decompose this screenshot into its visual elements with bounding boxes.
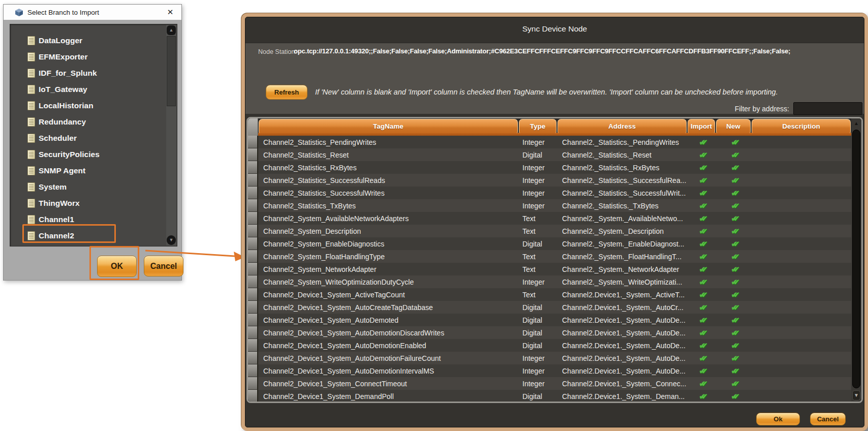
new-check-cell[interactable]: ✔✔ [716,214,751,223]
import-check-cell[interactable]: ✔✔ [687,239,716,249]
new-check-cell[interactable]: ✔✔ [716,252,751,261]
row-header-cell [248,288,258,301]
address-cell: Channel2.Device1._System._AutoDe... [557,354,687,362]
new-check-cell[interactable]: ✔✔ [716,366,751,376]
new-check-cell[interactable]: ✔✔ [716,265,751,274]
address-cell: Channel2._Statistics._RxBytes [557,164,687,172]
import-check-cell[interactable]: ✔✔ [687,176,716,185]
tag-row[interactable]: Channel2_System_FloatHandlingTypeTextCha… [248,250,851,263]
import-check-cell[interactable]: ✔✔ [687,201,716,210]
column-header-new[interactable]: New [716,119,751,133]
new-check-cell[interactable]: ✔✔ [716,328,751,337]
branch-list-item[interactable]: System [10,179,177,195]
branch-list-item[interactable]: SNMP Agent [10,163,177,179]
new-check-cell[interactable]: ✔✔ [716,341,751,350]
new-check-cell[interactable]: ✔✔ [716,239,751,249]
tag-row[interactable]: Channel2_Device1_System_AutoCreateTagDat… [248,301,851,314]
import-check-cell[interactable]: ✔✔ [687,328,716,337]
new-check-cell[interactable]: ✔✔ [716,290,751,299]
tag-row[interactable]: Channel2_System_NetworkAdapterTextChanne… [248,263,851,275]
row-header-cell [248,390,258,402]
import-check-cell[interactable]: ✔✔ [687,138,716,147]
branch-list-item[interactable]: Redundancy [10,114,177,130]
import-check-cell[interactable]: ✔✔ [687,189,716,198]
new-check-cell[interactable]: ✔✔ [716,189,751,198]
branch-list-item[interactable]: Scheduler [10,130,177,146]
new-check-cell[interactable]: ✔✔ [716,150,751,160]
tagname-cell: Channel2_System_AvailableNetworkAdapters [258,214,518,223]
tag-row[interactable]: Channel2_Statistics_SuccessfulWritesInte… [248,187,851,199]
import-check-cell[interactable]: ✔✔ [687,354,716,363]
tagname-cell: Channel2_Statistics_PendingWrites [258,138,518,146]
branch-list-item[interactable]: DataLogger [10,33,177,49]
tag-row[interactable]: Channel2_Device1_System_AutoDemotionFail… [248,352,851,364]
new-check-cell[interactable]: ✔✔ [716,163,751,172]
tag-row[interactable]: Channel2_Device1_System_ConnectTimeoutIn… [248,377,851,390]
tag-row[interactable]: Channel2_Device1_System_AutoDemotionEnab… [248,339,851,352]
tag-row[interactable]: Channel2_Statistics_PendingWritesInteger… [248,136,851,148]
new-check-cell[interactable]: ✔✔ [716,227,751,236]
scroll-down-icon[interactable]: ▼ [167,235,176,245]
import-check-cell[interactable]: ✔✔ [687,341,716,350]
tag-row[interactable]: Channel2_Statistics_RxBytesIntegerChanne… [248,161,851,174]
import-check-cell[interactable]: ✔✔ [687,303,716,312]
tag-row[interactable]: Channel2_System_DescriptionTextChannel2.… [248,225,851,237]
import-check-cell[interactable]: ✔✔ [687,252,716,261]
column-header-description[interactable]: Description [752,119,851,133]
column-header-tagname[interactable]: TagName [259,119,518,133]
branch-list-item[interactable]: LocalHistorian [10,98,177,114]
tag-row[interactable]: Channel2_System_EnableDiagnosticsDigital… [248,237,851,250]
column-header-import[interactable]: Import [688,119,715,133]
tag-row[interactable]: Channel2_System_WriteOptimizationDutyCyc… [248,275,851,288]
tag-row[interactable]: Channel2_Device1_System_DemandPollDigita… [248,390,851,402]
branch-list-item[interactable]: ThingWorx [10,195,177,211]
new-check-cell[interactable]: ✔✔ [716,316,751,325]
tag-row[interactable]: Channel2_Device1_System_AutoDemotedDigit… [248,314,851,326]
column-header-address[interactable]: Address [557,119,687,133]
double-check-icon: ✔✔ [696,201,707,210]
new-check-cell[interactable]: ✔✔ [716,278,751,287]
branch-list-item[interactable]: IoT_Gateway [10,81,177,98]
double-check-icon: ✔✔ [696,392,707,401]
branch-list-item[interactable]: SecurityPolicies [10,146,177,163]
close-icon[interactable]: ✕ [165,7,175,17]
import-check-cell[interactable]: ✔✔ [687,366,716,376]
import-check-cell[interactable]: ✔✔ [687,163,716,172]
scroll-down-icon[interactable]: ▼ [852,390,860,401]
ok-button[interactable]: Ok [756,413,800,425]
import-check-cell[interactable]: ✔✔ [687,316,716,325]
refresh-button[interactable]: Refresh [266,85,307,100]
tag-row[interactable]: Channel2_Device1_System_ActiveTagCountTe… [248,288,851,301]
new-check-cell[interactable]: ✔✔ [716,354,751,363]
import-check-cell[interactable]: ✔✔ [687,290,716,299]
scrollbar-thumb[interactable] [852,130,860,388]
tag-row[interactable]: Channel2_Statistics_TxBytesIntegerChanne… [248,199,851,212]
tag-row[interactable]: Channel2_Statistics_ResetDigitalChannel2… [248,148,851,161]
tag-row[interactable]: Channel2_Device1_System_AutoDemotionDisc… [248,326,851,339]
branch-list-item[interactable]: EFMExporter [10,49,177,65]
filter-by-address-input[interactable] [793,102,862,115]
scroll-up-icon[interactable]: ▲ [851,118,861,129]
import-check-cell[interactable]: ✔✔ [687,150,716,160]
double-check-icon: ✔✔ [728,163,739,172]
import-check-cell[interactable]: ✔✔ [687,278,716,287]
import-check-cell[interactable]: ✔✔ [687,392,716,401]
tag-row[interactable]: Channel2_System_AvailableNetworkAdapters… [248,212,851,225]
new-check-cell[interactable]: ✔✔ [716,392,751,401]
new-check-cell[interactable]: ✔✔ [716,138,751,147]
import-check-cell[interactable]: ✔✔ [687,214,716,223]
new-check-cell[interactable]: ✔✔ [716,201,751,210]
scroll-up-icon[interactable]: ▲ [167,25,176,35]
import-check-cell[interactable]: ✔✔ [687,379,716,388]
scrollbar-thumb[interactable] [167,36,176,106]
tag-row[interactable]: Channel2_Statistics_SuccessfulReadsInteg… [248,174,851,187]
import-check-cell[interactable]: ✔✔ [687,265,716,274]
new-check-cell[interactable]: ✔✔ [716,176,751,185]
import-check-cell[interactable]: ✔✔ [687,227,716,236]
tag-row[interactable]: Channel2_Device1_System_AutoDemotionInte… [248,364,851,377]
branch-list-item[interactable]: IDF_for_Splunk [10,65,177,81]
column-header-type[interactable]: Type [519,119,556,133]
cancel-button[interactable]: Cancel [810,413,846,425]
new-check-cell[interactable]: ✔✔ [716,303,751,312]
new-check-cell[interactable]: ✔✔ [716,379,751,388]
